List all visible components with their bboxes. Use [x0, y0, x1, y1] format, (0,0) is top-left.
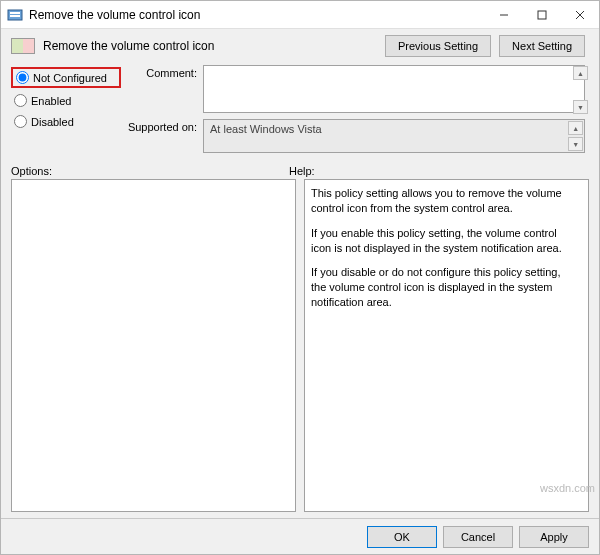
- svg-rect-2: [10, 15, 20, 17]
- setting-name: Remove the volume control icon: [43, 39, 385, 53]
- policy-icon: [11, 38, 35, 54]
- supported-scroll-down[interactable]: ▼: [568, 137, 583, 151]
- help-p2: If you enable this policy setting, the v…: [311, 226, 568, 256]
- radio-disabled-input[interactable]: [14, 115, 27, 128]
- ok-button[interactable]: OK: [367, 526, 437, 548]
- app-icon: [7, 7, 23, 23]
- close-button[interactable]: [561, 1, 599, 29]
- minimize-button[interactable]: [485, 1, 523, 29]
- state-radios: Not Configured Enabled Disabled: [11, 65, 121, 153]
- radio-enabled-label: Enabled: [31, 95, 71, 107]
- radio-disabled-label: Disabled: [31, 116, 74, 128]
- bottom-bar: OK Cancel Apply: [1, 518, 599, 554]
- help-label: Help:: [289, 165, 315, 177]
- radio-not-configured[interactable]: Not Configured: [11, 67, 121, 88]
- supported-scroll-up[interactable]: ▲: [568, 121, 583, 135]
- help-text[interactable]: This policy setting allows you to remove…: [305, 180, 588, 511]
- titlebar: Remove the volume control icon: [1, 1, 599, 29]
- radio-not-configured-label: Not Configured: [33, 72, 107, 84]
- cancel-button[interactable]: Cancel: [443, 526, 513, 548]
- comment-label: Comment:: [121, 65, 203, 115]
- apply-button[interactable]: Apply: [519, 526, 589, 548]
- mid-labels: Options: Help:: [11, 165, 589, 177]
- comment-textarea[interactable]: [203, 65, 585, 113]
- panes: This policy setting allows you to remove…: [11, 179, 589, 512]
- state-block: Not Configured Enabled Disabled Comment:…: [11, 65, 589, 153]
- svg-rect-4: [538, 11, 546, 19]
- header-row: Remove the volume control icon Previous …: [11, 35, 589, 57]
- radio-disabled[interactable]: Disabled: [11, 113, 121, 130]
- radio-enabled-input[interactable]: [14, 94, 27, 107]
- svg-rect-1: [10, 12, 20, 14]
- gpedit-dialog: Remove the volume control icon Remove th…: [0, 0, 600, 555]
- radio-not-configured-input[interactable]: [16, 71, 29, 84]
- radio-enabled[interactable]: Enabled: [11, 92, 121, 109]
- supported-value: At least Windows Vista: [210, 123, 322, 135]
- options-pane: [11, 179, 296, 512]
- right-fields: Comment: ▲ ▼ Supported on: At least Wind…: [121, 65, 589, 153]
- options-label: Options:: [11, 165, 289, 177]
- help-p3: If you disable or do not configure this …: [311, 265, 568, 310]
- comment-scroll-down[interactable]: ▼: [573, 100, 588, 114]
- maximize-button[interactable]: [523, 1, 561, 29]
- supported-box: At least Windows Vista ▲ ▼: [203, 119, 585, 153]
- help-pane: This policy setting allows you to remove…: [304, 179, 589, 512]
- window-title: Remove the volume control icon: [29, 8, 485, 22]
- help-p1: This policy setting allows you to remove…: [311, 186, 568, 216]
- comment-scroll-up[interactable]: ▲: [573, 66, 588, 80]
- next-setting-button[interactable]: Next Setting: [499, 35, 585, 57]
- previous-setting-button[interactable]: Previous Setting: [385, 35, 491, 57]
- supported-label: Supported on:: [121, 119, 203, 153]
